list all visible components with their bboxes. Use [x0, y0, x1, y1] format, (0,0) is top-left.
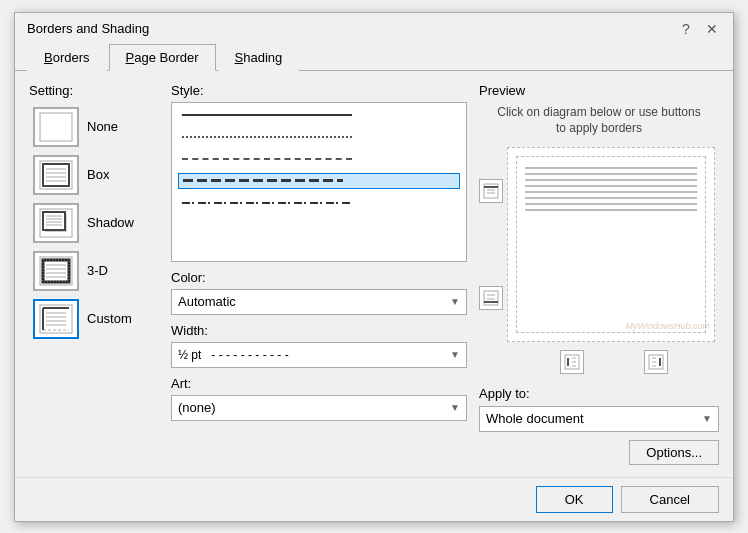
setting-custom[interactable]: Custom: [29, 296, 159, 342]
options-button[interactable]: Options...: [629, 440, 719, 465]
apply-to-arrow: ▼: [702, 413, 712, 424]
close-icon[interactable]: ✕: [703, 21, 721, 37]
preview-instruction: Click on diagram below or use buttonsto …: [479, 104, 719, 138]
settings-label: Setting:: [29, 83, 159, 98]
color-label: Color:: [171, 270, 467, 285]
options-row: Options...: [479, 440, 719, 465]
svg-rect-21: [40, 305, 72, 333]
dialog-title: Borders and Shading: [27, 21, 149, 36]
tab-borders[interactable]: Borders: [27, 44, 107, 71]
setting-custom-label: Custom: [87, 311, 132, 326]
width-label: Width:: [171, 323, 467, 338]
art-dropdown-arrow: ▼: [450, 402, 460, 413]
art-dropdown[interactable]: (none) ▼: [171, 395, 467, 421]
setting-none-label: None: [87, 119, 118, 134]
style-section: Style:: [171, 83, 467, 262]
width-dropdown[interactable]: ½ pt - - - - - - - - - - - ▼: [171, 342, 467, 368]
preview-bottom-border-btn[interactable]: [479, 286, 503, 310]
borders-and-shading-dialog: Borders and Shading ? ✕ Borders Page Bor…: [14, 12, 734, 522]
art-value: (none): [178, 400, 216, 415]
style-dashed-lg[interactable]: [178, 173, 460, 189]
apply-to-dropdown[interactable]: Whole document ▼: [479, 406, 719, 432]
preview-canvas[interactable]: MyWindowsHub.com: [507, 147, 715, 341]
setting-none[interactable]: None: [29, 104, 159, 150]
width-value: ½ pt - - - - - - - - - - -: [178, 348, 289, 362]
preview-left-btn[interactable]: [560, 350, 584, 374]
setting-box-label: Box: [87, 167, 109, 182]
preview-area: MyWindowsHub.com: [479, 147, 719, 341]
color-value: Automatic: [178, 294, 236, 309]
middle-panel: Style:: [171, 83, 467, 465]
tab-bar: Borders Page Border Shading: [15, 43, 733, 71]
width-dropdown-arrow: ▼: [450, 349, 460, 360]
settings-panel: Setting: None: [29, 83, 159, 465]
help-icon[interactable]: ?: [677, 21, 695, 37]
style-label: Style:: [171, 83, 467, 98]
setting-box[interactable]: Box: [29, 152, 159, 198]
preview-panel: Preview Click on diagram below or use bu…: [479, 83, 719, 465]
apply-to-section: Apply to: Whole document ▼: [479, 386, 719, 432]
ok-button[interactable]: OK: [536, 486, 613, 513]
setting-3d-label: 3-D: [87, 263, 108, 278]
svg-rect-9: [43, 212, 65, 230]
setting-shadow-label: Shadow: [87, 215, 134, 230]
preview-right-btn[interactable]: [644, 350, 668, 374]
svg-rect-15: [43, 260, 69, 282]
preview-top-border-btn[interactable]: [479, 179, 503, 203]
setting-3d[interactable]: 3-D: [29, 248, 159, 294]
preview-label: Preview: [479, 83, 719, 98]
setting-shadow-icon: [33, 203, 79, 243]
svg-rect-0: [40, 113, 72, 141]
preview-left-controls: [479, 147, 503, 341]
dialog-body: Setting: None: [15, 71, 733, 477]
color-dropdown[interactable]: Automatic ▼: [171, 289, 467, 315]
style-dashed-sm[interactable]: [178, 151, 460, 167]
style-list[interactable]: [171, 102, 467, 262]
preview-bottom-controls: [479, 350, 719, 374]
color-section: Color: Automatic ▼: [171, 270, 467, 315]
setting-none-icon: [33, 107, 79, 147]
color-dropdown-arrow: ▼: [450, 296, 460, 307]
apply-to-label: Apply to:: [479, 386, 719, 401]
art-label: Art:: [171, 376, 467, 391]
cancel-button[interactable]: Cancel: [621, 486, 719, 513]
tab-page-border[interactable]: Page Border: [109, 44, 216, 71]
width-section: Width: ½ pt - - - - - - - - - - - ▼: [171, 323, 467, 368]
style-solid[interactable]: [178, 107, 460, 123]
title-bar-controls: ? ✕: [677, 21, 721, 37]
setting-box-icon: [33, 155, 79, 195]
art-section: Art: (none) ▼: [171, 376, 467, 421]
title-bar: Borders and Shading ? ✕: [15, 13, 733, 41]
style-dash-dot[interactable]: [178, 195, 460, 211]
style-dotted[interactable]: [178, 129, 460, 145]
apply-to-value: Whole document: [486, 411, 584, 426]
setting-3d-icon: [33, 251, 79, 291]
setting-shadow[interactable]: Shadow: [29, 200, 159, 246]
setting-custom-icon: [33, 299, 79, 339]
dialog-footer: OK Cancel: [15, 477, 733, 521]
tab-shading[interactable]: Shading: [218, 44, 300, 71]
svg-rect-2: [43, 164, 69, 186]
